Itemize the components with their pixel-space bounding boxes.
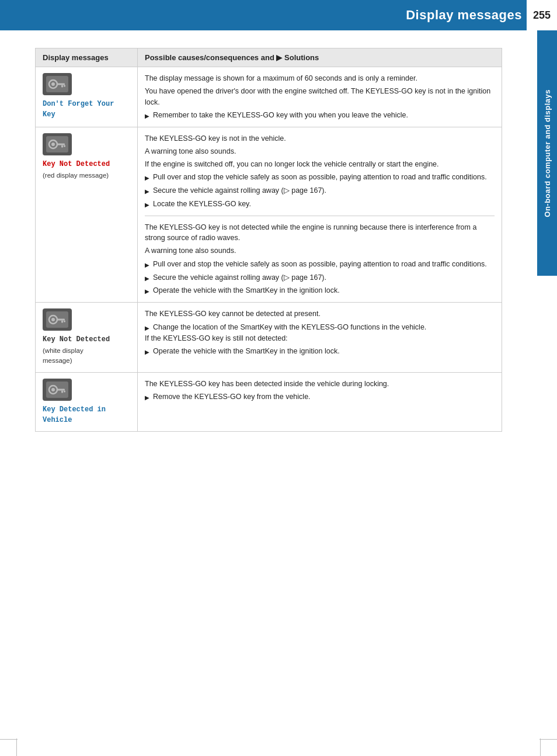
key-icon-3 (43, 379, 72, 401)
svg-point-1 (51, 82, 55, 86)
bullet-text-1-10: Secure the vehicle against rolling away … (153, 272, 326, 283)
svg-rect-2 (57, 84, 65, 85)
bullet-item-3-1: ▶Remove the KEYLESS-GO key from the vehi… (145, 391, 495, 403)
message-label-0: Don't Forget Your Key (43, 99, 130, 120)
message-cell-0: Don't Forget Your Key (36, 67, 138, 127)
corner-mark-br-v (540, 738, 541, 756)
cause-text-1-8: A warning tone also sounds. (145, 245, 495, 256)
bullet-text-1-4: Secure the vehicle against rolling away … (153, 185, 326, 196)
bullet-arrow-icon-1-4: ▶ (145, 187, 149, 196)
svg-rect-8 (61, 145, 63, 148)
cause-text-2-2: If the KEYLESS-GO key is still not detec… (145, 333, 495, 344)
bullet-item-1-4: ▶Secure the vehicle against rolling away… (145, 185, 495, 196)
bullet-arrow-icon-1-5: ▶ (145, 200, 149, 209)
message-cell-1: Key Not Detected(red display message) (36, 127, 138, 303)
svg-rect-18 (61, 390, 63, 393)
message-label-2: Key Not Detected (43, 334, 130, 345)
corner-mark-bl-h (0, 739, 18, 740)
svg-rect-12 (57, 319, 65, 321)
message-label-3: Key Detected in Vehicle (43, 404, 130, 425)
corner-mark-bl-v (16, 738, 17, 756)
bullet-text-0-2: Remember to take the KEYLESS-GO key with… (153, 110, 408, 121)
bullet-arrow-icon-2-1: ▶ (145, 324, 149, 332)
key-icon-1 (43, 133, 72, 155)
bullet-item-1-3: ▶Pull over and stop the vehicle safely a… (145, 172, 495, 183)
message-sublabel-2: (white display message) (43, 346, 130, 366)
table-row-1: Key Not Detected(red display message)The… (36, 127, 502, 303)
svg-rect-14 (64, 321, 65, 322)
side-tab: On-board computer and displays (537, 30, 557, 276)
bullet-item-1-11: ▶Operate the vehicle with the SmartKey i… (145, 285, 495, 296)
bullet-text-1-11: Operate the vehicle with the SmartKey in… (153, 285, 340, 296)
message-sublabel-1: (red display message) (43, 171, 130, 181)
bullet-text-1-5: Locate the KEYLESS-GO key. (153, 199, 251, 210)
causes-cell-0: The display message is shown for a maxim… (138, 67, 502, 127)
bullet-arrow-icon-1-9: ▶ (145, 261, 149, 269)
table-row-3: Key Detected in VehicleThe KEYLESS-GO ke… (36, 372, 502, 431)
causes-cell-1: The KEYLESS-GO key is not in the vehicle… (138, 127, 502, 303)
page-title: Display messages (406, 8, 522, 23)
causes-cell-2: The KEYLESS-GO key cannot be detected at… (138, 303, 502, 373)
key-icon-2 (43, 308, 72, 331)
key-icon-0 (43, 73, 72, 95)
col-header-causes: Possible causes/consequences and ▶ Solut… (138, 48, 502, 67)
svg-rect-17 (57, 389, 65, 390)
message-cell-2: Key Not Detected(white display message) (36, 303, 138, 373)
bullet-item-1-5: ▶Locate the KEYLESS-GO key. (145, 199, 495, 210)
top-bar: Display messages 255 (0, 0, 557, 30)
table-row-2: Key Not Detected(white display message)T… (36, 303, 502, 373)
svg-rect-9 (64, 145, 65, 147)
bullet-item-1-10: ▶Secure the vehicle against rolling away… (145, 272, 495, 283)
message-label-1: Key Not Detected (43, 159, 130, 169)
cause-text-1-0: The KEYLESS-GO key is not in the vehicle… (145, 133, 495, 144)
bullet-text-2-1: Change the location of the SmartKey with… (153, 322, 426, 333)
message-cell-3: Key Detected in Vehicle (36, 372, 138, 431)
svg-point-6 (51, 143, 55, 146)
side-tab-label: On-board computer and displays (543, 89, 552, 217)
bullet-item-0-2: ▶Remember to take the KEYLESS-GO key wit… (145, 110, 495, 121)
bullet-arrow-icon-0-2: ▶ (145, 112, 149, 120)
cause-text-2-0: The KEYLESS-GO key cannot be detected at… (145, 308, 495, 320)
col-header-messages: Display messages (36, 48, 138, 67)
bullet-text-1-3: Pull over and stop the vehicle safely as… (153, 172, 487, 183)
bullet-text-1-9: Pull over and stop the vehicle safely as… (153, 259, 487, 270)
page-container: Display messages 255 On-board computer a… (0, 0, 557, 756)
svg-rect-7 (57, 144, 65, 145)
svg-rect-3 (61, 85, 63, 88)
table-row-0: Don't Forget Your KeyThe display message… (36, 67, 502, 127)
bullet-item-1-9: ▶Pull over and stop the vehicle safely a… (145, 259, 495, 270)
causes-cell-3: The KEYLESS-GO key has been detected ins… (138, 372, 502, 431)
main-content: Display messages Possible causes/consequ… (0, 30, 537, 443)
display-table: Display messages Possible causes/consequ… (35, 48, 502, 432)
bullet-arrow-icon-1-10: ▶ (145, 274, 149, 283)
corner-mark-br-h (539, 739, 557, 740)
svg-point-11 (51, 318, 55, 321)
bullet-item-2-3: ▶Operate the vehicle with the SmartKey i… (145, 346, 495, 357)
svg-rect-19 (64, 390, 65, 392)
cause-text-3-0: The KEYLESS-GO key has been detected ins… (145, 379, 495, 390)
cause-text-1-2: If the engine is switched off, you can n… (145, 159, 495, 170)
cause-text-1-7: The KEYLESS-GO key is not detected while… (145, 222, 495, 244)
bullet-item-2-1: ▶Change the location of the SmartKey wit… (145, 322, 495, 333)
bullet-arrow-icon-3-1: ▶ (145, 393, 149, 402)
bullet-text-2-3: Operate the vehicle with the SmartKey in… (153, 346, 340, 357)
bullet-arrow-icon-1-11: ▶ (145, 287, 149, 296)
cause-text-0-1: You have opened the driver's door with t… (145, 86, 495, 108)
svg-rect-4 (64, 85, 65, 87)
cause-text-0-0: The display message is shown for a maxim… (145, 73, 495, 84)
separator-1-6 (145, 216, 495, 216)
svg-point-16 (51, 388, 55, 391)
page-number-box: 255 (527, 0, 557, 30)
bullet-arrow-icon-2-3: ▶ (145, 348, 149, 356)
bullet-text-3-1: Remove the KEYLESS-GO key from the vehic… (153, 391, 311, 403)
bullet-arrow-icon-1-3: ▶ (145, 174, 149, 182)
page-number: 255 (533, 9, 551, 22)
svg-rect-13 (61, 321, 63, 323)
cause-text-1-1: A warning tone also sounds. (145, 146, 495, 157)
